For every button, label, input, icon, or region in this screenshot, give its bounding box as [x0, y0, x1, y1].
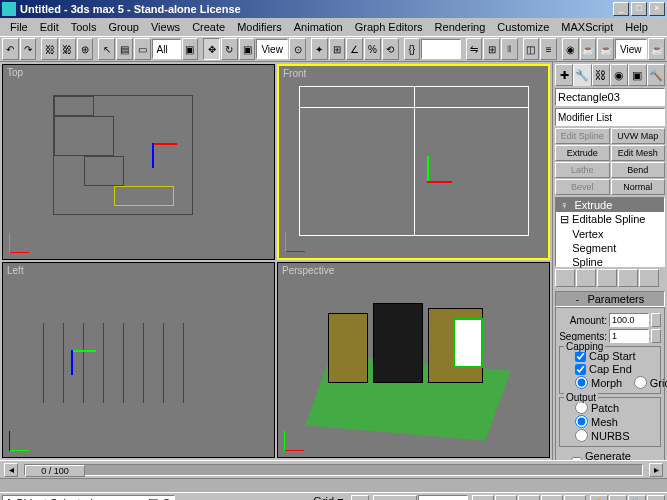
bind-button[interactable]: ⊕: [77, 38, 94, 60]
undo-button[interactable]: ↶: [2, 38, 19, 60]
show-result-button[interactable]: [576, 269, 596, 287]
named-sets-list[interactable]: [421, 39, 460, 59]
menu-customize[interactable]: Customize: [491, 21, 555, 33]
schematic-button[interactable]: ◫: [523, 38, 540, 60]
mod-normal[interactable]: Normal: [611, 179, 666, 195]
render-type[interactable]: View: [615, 39, 647, 59]
modifier-list-dropdown[interactable]: Modifier List: [555, 108, 665, 126]
stack-item[interactable]: Segment: [556, 241, 664, 255]
mirror-button[interactable]: ⇋: [466, 38, 483, 60]
ref-coord-system[interactable]: View: [256, 39, 288, 59]
viewport-perspective[interactable]: Perspective: [277, 262, 550, 458]
percent-snap-button[interactable]: %: [364, 38, 381, 60]
amount-spinner[interactable]: [609, 313, 649, 327]
modifier-stack[interactable]: ♀ Extrude ⊟ Editable Spline Vertex Segme…: [555, 197, 665, 267]
menu-maxscript[interactable]: MAXScript: [555, 21, 619, 33]
menu-edit[interactable]: Edit: [34, 21, 65, 33]
menu-grapheditors[interactable]: Graph Editors: [349, 21, 429, 33]
menu-help[interactable]: Help: [619, 21, 654, 33]
key-selected-dropdown[interactable]: Selected: [418, 495, 468, 500]
trackbar[interactable]: [0, 478, 667, 492]
goto-start-button[interactable]: ⏮: [472, 495, 494, 500]
snap-button[interactable]: ⊞: [329, 38, 346, 60]
select-button[interactable]: ↖: [98, 38, 115, 60]
align-button[interactable]: ⫴: [501, 38, 518, 60]
stack-item[interactable]: Spline: [556, 255, 664, 269]
goto-end-button[interactable]: ⏭: [564, 495, 586, 500]
stack-item[interactable]: ♀ Extrude: [556, 198, 664, 212]
mod-uvw-map[interactable]: UVW Map: [611, 128, 666, 144]
window-crossing-button[interactable]: ▣: [182, 38, 199, 60]
move-button[interactable]: ✥: [203, 38, 220, 60]
material-button[interactable]: ◉: [562, 38, 579, 60]
mod-edit-mesh[interactable]: Edit Mesh: [611, 145, 666, 161]
tab-create[interactable]: ✚: [555, 64, 573, 86]
pivot-button[interactable]: ⊙: [289, 38, 306, 60]
arc-rotate-button[interactable]: ↻: [609, 495, 627, 500]
configure-sets-button[interactable]: [639, 269, 659, 287]
viewport-front[interactable]: Front: [277, 64, 550, 260]
manipulate-button[interactable]: ✦: [311, 38, 328, 60]
quick-render-button[interactable]: ☕: [597, 38, 614, 60]
mod-bevel[interactable]: Bevel: [555, 179, 610, 195]
tab-motion[interactable]: ◉: [610, 64, 628, 86]
rotate-button[interactable]: ↻: [221, 38, 238, 60]
zoom-button[interactable]: 🔍: [628, 495, 646, 500]
mod-extrude[interactable]: Extrude: [555, 145, 610, 161]
amount-spinner-btn[interactable]: [651, 313, 661, 327]
pan-button[interactable]: ✋: [590, 495, 608, 500]
segments-spinner-btn[interactable]: [651, 329, 661, 343]
render-scene-button[interactable]: ☕: [580, 38, 597, 60]
rollout-parameters-header[interactable]: - Parameters: [555, 291, 665, 307]
tab-hierarchy[interactable]: ⛓: [592, 64, 610, 86]
redo-button[interactable]: ↷: [20, 38, 37, 60]
viewport-left[interactable]: Left: [2, 262, 275, 458]
menu-modifiers[interactable]: Modifiers: [231, 21, 288, 33]
next-frame-button[interactable]: ▸: [541, 495, 563, 500]
mesh-radio[interactable]: [575, 415, 588, 428]
array-button[interactable]: ⊞: [483, 38, 500, 60]
stack-item[interactable]: Vertex: [556, 227, 664, 241]
menu-tools[interactable]: Tools: [65, 21, 103, 33]
make-unique-button[interactable]: [597, 269, 617, 287]
pin-stack-button[interactable]: [555, 269, 575, 287]
stack-item[interactable]: ⊟ Editable Spline: [556, 212, 664, 227]
mod-edit-spline[interactable]: Edit Spline: [555, 128, 610, 144]
menu-group[interactable]: Group: [102, 21, 145, 33]
maximize-button[interactable]: □: [631, 2, 647, 16]
angle-snap-button[interactable]: ∠: [346, 38, 363, 60]
tab-utilities[interactable]: 🔨: [647, 64, 665, 86]
menu-rendering[interactable]: Rendering: [429, 21, 492, 33]
time-slider[interactable]: ◂ 0 / 100 ▸: [0, 460, 667, 478]
close-button[interactable]: ×: [649, 2, 665, 16]
segments-spinner[interactable]: [609, 329, 649, 343]
trackview-button[interactable]: ≡: [540, 38, 557, 60]
render-last-button[interactable]: ☕: [648, 38, 665, 60]
mod-bend[interactable]: Bend: [611, 162, 666, 178]
time-track[interactable]: 0 / 100: [24, 464, 643, 476]
tab-display[interactable]: ▣: [628, 64, 646, 86]
time-thumb[interactable]: 0 / 100: [25, 465, 85, 477]
gen-mapping-check[interactable]: [571, 457, 582, 461]
link-button[interactable]: ⛓: [41, 38, 58, 60]
menu-animation[interactable]: Animation: [288, 21, 349, 33]
cap-start-check[interactable]: [575, 351, 586, 362]
remove-modifier-button[interactable]: [618, 269, 638, 287]
minimize-button[interactable]: _: [613, 2, 629, 16]
play-button[interactable]: ▸: [518, 495, 540, 500]
viewport-top[interactable]: Top: [2, 64, 275, 260]
scale-button[interactable]: ▣: [239, 38, 256, 60]
menu-create[interactable]: Create: [186, 21, 231, 33]
fov-button[interactable]: ▱: [647, 495, 665, 500]
tab-modify[interactable]: 🔧: [573, 64, 591, 86]
time-next-button[interactable]: ▸: [649, 463, 663, 477]
key-icon[interactable]: 🔑: [351, 495, 369, 500]
prev-frame-button[interactable]: ◂: [495, 495, 517, 500]
cap-end-check[interactable]: [575, 364, 586, 375]
mod-lathe[interactable]: Lathe: [555, 162, 610, 178]
select-region-button[interactable]: ▭: [134, 38, 151, 60]
unlink-button[interactable]: ⛓̸: [59, 38, 76, 60]
selection-filter[interactable]: All: [152, 39, 181, 59]
named-sets-button[interactable]: {}: [404, 38, 421, 60]
auto-key-button[interactable]: Auto Key: [373, 495, 417, 500]
